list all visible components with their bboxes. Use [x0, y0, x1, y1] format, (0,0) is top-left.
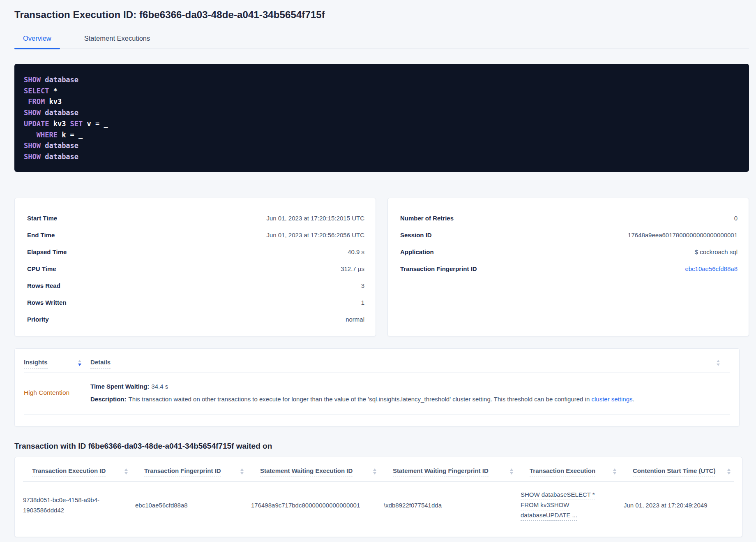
sql-line: SHOW database — [24, 151, 740, 162]
sort-icon[interactable] — [124, 468, 128, 475]
sql-token: database — [45, 141, 78, 150]
sort-icon[interactable] — [510, 468, 513, 475]
summary-row: Session ID17648a9eea60178000000000000000… — [400, 227, 738, 243]
summary-value-cpu-time: 312.7 µs — [341, 265, 364, 272]
sql-line: SELECT * — [24, 86, 740, 97]
statement-waiting-fingerprint-id-cell: \xdb8922f077541dda — [384, 500, 521, 510]
sql-token — [24, 131, 37, 139]
sql-line: SHOW database — [24, 74, 740, 86]
sort-up-icon — [717, 360, 720, 362]
table-row: 9738d051-bc0e-4158-a9b4-1903586ddd42ebc1… — [23, 482, 734, 529]
time-spent-waiting-line: Time Spent Waiting:34.4 s — [90, 382, 634, 391]
column-header-label: Transaction Execution — [530, 467, 595, 477]
sort-icon[interactable] — [727, 468, 731, 475]
sort-up-icon — [373, 468, 376, 471]
sql-token: k = _ — [62, 131, 83, 139]
waited-on-heading: Transaction with ID f6be6366-da03-48de-a… — [14, 442, 749, 451]
column-header-label: Contention Start Time (UTC) — [633, 467, 715, 477]
column-header-transaction-execution-id[interactable]: Transaction Execution ID — [32, 467, 144, 477]
waited-on-table-header: Transaction Execution IDTransaction Fing… — [23, 467, 734, 482]
tab-statement-executions[interactable]: Statement Executions — [76, 32, 159, 49]
sort-icon[interactable] — [240, 468, 244, 475]
sql-token: SET — [70, 120, 87, 128]
summary-value-priority: normal — [346, 316, 364, 323]
time-spent-waiting-label: Time Spent Waiting: — [90, 383, 149, 390]
summary-value-elapsed-time: 40.9 s — [348, 248, 364, 255]
summary-label-transaction-fingerprint-id: Transaction Fingerprint ID — [400, 265, 477, 272]
summary-row: Transaction Fingerprint IDebc10ae56cfd88… — [400, 260, 738, 277]
insight-details: Time Spent Waiting:34.4 s Description:Th… — [90, 382, 634, 404]
sort-up-icon — [727, 468, 731, 471]
sql-token: FROM — [28, 97, 49, 106]
column-header-transaction-fingerprint-id[interactable]: Transaction Fingerprint ID — [144, 467, 260, 477]
session-summary-card: Number of Retries0Session ID17648a9eea60… — [387, 198, 749, 336]
insights-table: Insights Details High Contention Time Sp… — [14, 348, 740, 426]
sql-token: SHOW — [24, 76, 45, 84]
sql-token: database — [45, 153, 78, 161]
column-header-insights[interactable]: Insights — [24, 359, 81, 368]
tab-overview[interactable]: Overview — [14, 32, 60, 49]
execution-summary-rows: Start TimeJun 01, 2023 at 17:20:15:2015 … — [27, 210, 364, 328]
transaction-fingerprint-link[interactable]: ebc10ae56cfd88a8 — [685, 265, 738, 272]
session-summary-rows: Number of Retries0Session ID17648a9eea60… — [400, 210, 738, 277]
column-header-statement-waiting-execution-id[interactable]: Statement Waiting Execution ID — [260, 467, 393, 477]
transaction-execution-query-link[interactable]: FROM kv3SHOW — [521, 500, 569, 510]
insights-column-label: Insights — [24, 359, 48, 368]
summary-row: Start TimeJun 01, 2023 at 17:20:15:2015 … — [27, 210, 364, 227]
summary-row: Application$ cockroach sql — [400, 243, 738, 260]
transaction-execution-query-link[interactable]: databaseUPDATE ... — [521, 510, 577, 521]
summary-label-number-of-retries: Number of Retries — [400, 215, 454, 222]
summary-row: Elapsed Time40.9 s — [27, 243, 364, 260]
sort-down-icon — [124, 472, 128, 475]
sql-line: FROM kv3 — [24, 96, 740, 107]
sql-token: * — [53, 87, 58, 95]
transaction-execution-query-link[interactable]: SHOW databaseSELECT * — [521, 490, 595, 500]
summary-value-session-id: 17648a9eea6017800000000000000001 — [628, 232, 738, 239]
sort-down-icon — [613, 472, 616, 475]
cluster-settings-link[interactable]: cluster settings — [591, 396, 632, 403]
sql-line: SHOW database — [24, 107, 740, 118]
summary-value-rows-written: 1 — [361, 299, 364, 306]
sort-down-icon — [727, 472, 731, 475]
summary-label-rows-read: Rows Read — [27, 282, 60, 289]
sort-down-icon — [78, 364, 81, 366]
sort-up-icon — [240, 468, 244, 471]
waited-on-table-body: 9738d051-bc0e-4158-a9b4-1903586ddd42ebc1… — [23, 482, 734, 529]
sql-token: database — [45, 109, 78, 117]
sql-token: database — [45, 76, 78, 84]
summary-row: Rows Read3 — [27, 277, 364, 294]
summary-label-priority: Priority — [27, 316, 49, 323]
column-header-statement-waiting-fingerprint-id[interactable]: Statement Waiting Fingerprint ID — [393, 467, 530, 477]
contention-start-time-cell: Jun 01, 2023 at 17:20:49:2049 — [624, 500, 734, 510]
sort-icon[interactable] — [78, 360, 81, 366]
sort-up-icon — [124, 468, 128, 471]
summary-label-end-time: End Time — [27, 232, 55, 239]
execution-summary-card: Start TimeJun 01, 2023 at 17:20:15:2015 … — [14, 198, 376, 336]
description-label: Description: — [90, 396, 127, 403]
summary-cards-row: Start TimeJun 01, 2023 at 17:20:15:2015 … — [14, 198, 749, 336]
tab-bar: OverviewStatement Executions — [14, 32, 749, 49]
summary-value-rows-read: 3 — [361, 282, 364, 289]
summary-value-number-of-retries: 0 — [734, 215, 738, 222]
sort-up-icon — [613, 468, 616, 471]
summary-label-cpu-time: CPU Time — [27, 265, 56, 272]
column-header-contention-start-time-utc[interactable]: Contention Start Time (UTC) — [633, 467, 734, 477]
sort-icon[interactable] — [373, 468, 376, 475]
sql-line: SHOW database — [24, 140, 740, 151]
summary-value-application: $ cockroach sql — [695, 248, 738, 255]
summary-row: Number of Retries0 — [400, 210, 738, 227]
sort-icon[interactable] — [717, 360, 720, 366]
details-column-label: Details — [90, 359, 111, 368]
sql-token — [24, 97, 28, 106]
transaction-execution-id-cell: 9738d051-bc0e-4158-a9b4-1903586ddd42 — [23, 495, 124, 515]
sort-icon[interactable] — [613, 468, 616, 475]
transaction-execution-lines-cell: SHOW databaseSELECT *FROM kv3SHOWdatabas… — [521, 490, 624, 521]
description-suffix: . — [633, 396, 634, 403]
sql-line: UPDATE kv3 SET v = _ — [24, 118, 740, 130]
sql-token: SHOW — [24, 141, 45, 150]
insight-row: High Contention Time Spent Waiting:34.4 … — [24, 373, 730, 415]
sql-token: WHERE — [37, 131, 62, 139]
sort-up-icon — [78, 360, 81, 362]
column-header-transaction-execution[interactable]: Transaction Execution — [530, 467, 633, 477]
column-header-details[interactable]: Details — [90, 359, 111, 368]
